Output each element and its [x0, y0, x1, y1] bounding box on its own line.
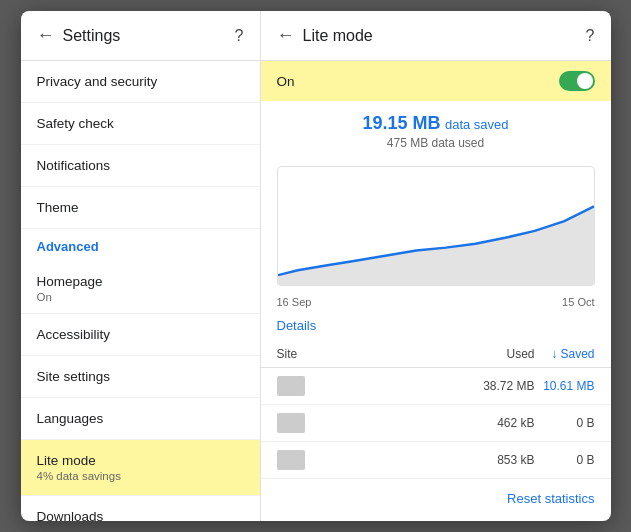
lite-mode-panel: ← Lite mode ? On 19.15 MB data saved 475… — [261, 11, 611, 521]
svg-marker-0 — [278, 206, 594, 285]
col-used-header: Used — [475, 347, 535, 361]
chart-date-start: 16 Sep — [277, 296, 312, 308]
reset-statistics-button[interactable]: Reset statistics — [507, 491, 594, 506]
sidebar-item-homepage[interactable]: Homepage On — [21, 264, 260, 314]
table-row: 38.72 MB 10.61 MB — [261, 368, 611, 405]
row1-used: 38.72 MB — [475, 379, 535, 393]
data-saved-amount: 19.15 MB — [362, 113, 440, 133]
sidebar-item-privacy[interactable]: Privacy and security — [21, 61, 260, 103]
settings-help-icon[interactable]: ? — [235, 27, 244, 45]
settings-back-icon[interactable]: ← — [37, 25, 55, 46]
data-used: 475 MB data used — [277, 136, 595, 150]
data-saved-label: data saved — [445, 117, 509, 132]
col-site-header: Site — [277, 347, 475, 361]
favicon-3 — [277, 450, 305, 470]
reset-row: Reset statistics — [261, 479, 611, 517]
chart-dates: 16 Sep 15 Oct — [261, 294, 611, 310]
favicon-1 — [277, 376, 305, 396]
favicon-2 — [277, 413, 305, 433]
toggle-switch[interactable] — [559, 71, 595, 91]
data-chart — [277, 166, 595, 286]
sidebar-item-notifications[interactable]: Notifications — [21, 145, 260, 187]
sidebar-item-languages[interactable]: Languages — [21, 398, 260, 440]
row2-used: 462 kB — [475, 416, 535, 430]
row3-used: 853 kB — [475, 453, 535, 467]
lite-mode-header: ← Lite mode ? — [261, 11, 611, 61]
data-saved-section: 19.15 MB data saved 475 MB data used — [261, 101, 611, 158]
table-header: Site Used ↓ Saved — [261, 341, 611, 368]
homepage-sub: On — [37, 291, 244, 303]
toggle-row: On — [261, 61, 611, 101]
row1-saved: 10.61 MB — [535, 379, 595, 393]
table-row: 853 kB 0 B — [261, 442, 611, 479]
lite-mode-back-icon[interactable]: ← — [277, 25, 295, 46]
toggle-label: On — [277, 74, 295, 89]
table-row: 462 kB 0 B — [261, 405, 611, 442]
lite-mode-help-icon[interactable]: ? — [586, 27, 595, 45]
row3-saved: 0 B — [535, 453, 595, 467]
settings-left-panel: ← Settings ? Privacy and security Safety… — [21, 11, 261, 521]
settings-modal: ← Settings ? Privacy and security Safety… — [21, 11, 611, 521]
sidebar-item-downloads[interactable]: Downloads — [21, 496, 260, 521]
sidebar-item-safety[interactable]: Safety check — [21, 103, 260, 145]
sidebar-item-theme[interactable]: Theme — [21, 187, 260, 229]
sidebar-item-site-settings[interactable]: Site settings — [21, 356, 260, 398]
homepage-label: Homepage — [37, 274, 244, 289]
lite-mode-label: Lite mode — [37, 453, 244, 468]
sidebar-item-lite-mode[interactable]: Lite mode 4% data savings — [21, 440, 260, 496]
lite-mode-sub: 4% data savings — [37, 470, 244, 482]
details-link[interactable]: Details — [261, 310, 611, 341]
chart-date-end: 15 Oct — [562, 296, 594, 308]
sidebar-item-accessibility[interactable]: Accessibility — [21, 314, 260, 356]
col-saved-header: ↓ Saved — [535, 347, 595, 361]
settings-header: ← Settings ? — [21, 11, 260, 61]
sidebar-item-advanced[interactable]: Advanced — [21, 229, 260, 264]
settings-title: Settings — [63, 27, 227, 45]
lite-mode-title: Lite mode — [303, 27, 578, 45]
row2-saved: 0 B — [535, 416, 595, 430]
